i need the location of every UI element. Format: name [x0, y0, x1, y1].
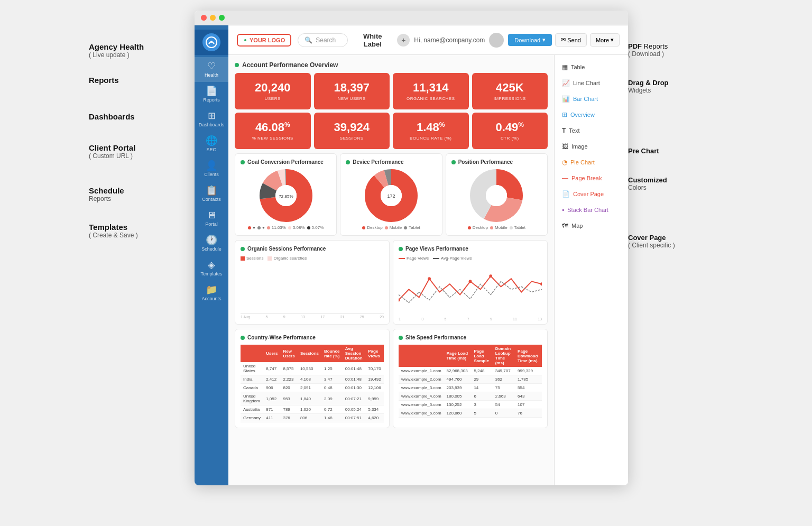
table-icon: ▦	[562, 63, 568, 71]
send-label: Send	[567, 37, 581, 43]
table-cell: 8,575	[280, 362, 297, 375]
main-content: YOUR LOGO 🔍 Search White Label + Hi, nam…	[228, 25, 628, 485]
widget-stack-bar[interactable]: ▪ Stack Bar Chart	[559, 204, 624, 216]
send-button[interactable]: ✉ Send	[555, 33, 587, 47]
col-page-views: Page Views	[365, 345, 384, 362]
maximize-dot[interactable]	[219, 15, 225, 21]
stat-value-new-sessions: 46.08%	[240, 121, 306, 134]
widget-table[interactable]: ▦ Table	[559, 61, 624, 73]
contacts-icon: 📋	[206, 186, 217, 195]
col-sessions: Sessions	[298, 345, 321, 362]
widget-overview[interactable]: ⊞ Overview	[559, 109, 624, 121]
minimize-dot[interactable]	[210, 15, 216, 21]
widget-map-label: Map	[571, 223, 583, 229]
widget-line-chart[interactable]: 📈 Line Chart	[559, 77, 624, 89]
sidebar-label-reports: Reports	[203, 97, 220, 103]
table-cell: www.example_4.com	[399, 392, 444, 401]
sidebar-item-portal[interactable]: 🖥 Portal	[195, 206, 228, 231]
sidebar-item-accounts[interactable]: 📁 Accounts	[195, 281, 228, 306]
account-green-dot	[235, 63, 239, 67]
sidebar-label-health: Health	[205, 72, 218, 78]
sidebar: ♡ Health 📄 Reports ⊞ Dashboards 🌐 SEO 👤	[195, 25, 228, 485]
svg-text:72.85%: 72.85%	[279, 194, 293, 199]
table-cell: 494,760	[444, 375, 472, 384]
white-label-bold: White	[363, 32, 382, 40]
goal-conversion-title: Goal Conversion Performance	[241, 159, 331, 165]
table-cell: 9,959	[365, 392, 384, 405]
sidebar-item-health[interactable]: ♡ Health	[195, 57, 228, 82]
search-placeholder: Search	[316, 36, 336, 44]
goal-pie-legend: ● ● 11.63% 5.08% 5.07%	[241, 225, 331, 230]
stat-card-organic: 11,314 ORGANIC SEARCHES	[393, 73, 469, 109]
sidebar-item-dashboards[interactable]: ⊞ Dashboards	[195, 107, 228, 132]
stat-label-new-users: NEW USERS	[319, 96, 385, 101]
stat-value-sessions: 39,924	[319, 121, 385, 134]
close-dot[interactable]	[201, 15, 207, 21]
table-cell: 00:01:48	[343, 362, 365, 375]
customized-sub: Colors	[628, 184, 723, 191]
table-cell: 70,170	[365, 362, 384, 375]
sidebar-item-templates[interactable]: ◈ Templates	[195, 256, 228, 281]
svg-point-20	[469, 280, 472, 283]
download-button[interactable]: Download ▾	[508, 34, 552, 46]
sidebar-item-schedule[interactable]: 🕐 Schedule	[195, 231, 228, 256]
table-cell: 29	[471, 375, 492, 384]
search-bar[interactable]: 🔍 Search	[298, 33, 348, 47]
white-label-suffix: Label	[364, 40, 382, 48]
sidebar-item-clients[interactable]: 👤 Clients	[195, 156, 228, 181]
table-cell: 120,860	[444, 409, 472, 418]
sidebar-label-seo: SEO	[206, 147, 216, 152]
table-cell: 54	[493, 401, 515, 409]
sidebar-item-seo[interactable]: 🌐 SEO	[195, 132, 228, 156]
sidebar-item-contacts[interactable]: 📋 Contacts	[195, 181, 228, 206]
clients-icon: 👤	[206, 161, 217, 170]
add-button[interactable]: +	[397, 34, 410, 47]
position-pie-container	[451, 169, 542, 222]
health-icon: ♡	[207, 61, 216, 71]
customized-label: Customized	[628, 176, 723, 184]
table-row: www.example_6.com120,8605076	[399, 409, 542, 418]
country-green-dot	[241, 336, 245, 340]
more-button[interactable]: More ▾	[590, 33, 620, 47]
stat-label-new-sessions: % NEW SESSIONS	[240, 136, 306, 141]
action-buttons: Download ▾ ✉ Send More ▾	[508, 33, 620, 47]
goal-pie-container: 72.85%	[241, 169, 331, 222]
device-pie-legend: Desktop Mobile Tablet	[346, 225, 436, 230]
stat-card-sessions: 39,924 SESSIONS	[314, 113, 390, 149]
schedule-label: Schedule	[89, 186, 195, 195]
new-sessions-sup: %	[284, 121, 290, 128]
col-url	[399, 345, 444, 367]
table-row: www.example_3.com203,9391475554	[399, 384, 542, 392]
more-chevron-icon: ▾	[611, 36, 614, 43]
page-views-green-dot	[399, 247, 403, 251]
table-cell: 3.47	[321, 375, 343, 384]
table-cell: 3	[471, 401, 492, 409]
client-portal-label: Client Portal	[89, 143, 195, 152]
widget-image[interactable]: 🖼 Image	[559, 141, 624, 152]
stat-label-users: USERS	[240, 96, 306, 101]
avatar	[489, 33, 504, 48]
table-cell: 906	[263, 384, 280, 392]
stat-card-users: 20,240 USERS	[235, 73, 311, 109]
widget-bar-chart[interactable]: 📊 Bar Chart	[559, 93, 624, 105]
table-cell: 5	[471, 409, 492, 418]
widget-page-break[interactable]: — Page Break	[559, 172, 624, 184]
report-main: Account Performance Overview 20,240 USER…	[228, 55, 554, 485]
table-cell: 2,412	[263, 375, 280, 384]
table-cell: 8,747	[263, 362, 280, 375]
widget-cover-page[interactable]: 📄 Cover Page	[559, 188, 624, 200]
svg-text:172: 172	[387, 193, 395, 199]
browser-titlebar	[195, 11, 628, 25]
table-cell: 349,707	[493, 367, 515, 375]
sidebar-item-reports[interactable]: 📄 Reports	[195, 82, 228, 107]
goal-green-dot	[241, 160, 245, 164]
page-views-line-chart	[399, 263, 542, 316]
sidebar-label-templates: Templates	[200, 271, 222, 276]
widget-map[interactable]: 🗺 Map	[559, 220, 624, 232]
stat-card-new-users: 18,397 NEW USERS	[314, 73, 390, 109]
drag-drop-sub: Widgets	[628, 87, 723, 94]
position-pie-legend: Desktop Mobile Tablet	[451, 225, 542, 230]
widget-text[interactable]: T Text	[559, 125, 624, 136]
widget-pie-chart[interactable]: ◔ Pie Chart	[559, 156, 624, 168]
col-bounce: Bounce rate (%)	[321, 345, 343, 362]
